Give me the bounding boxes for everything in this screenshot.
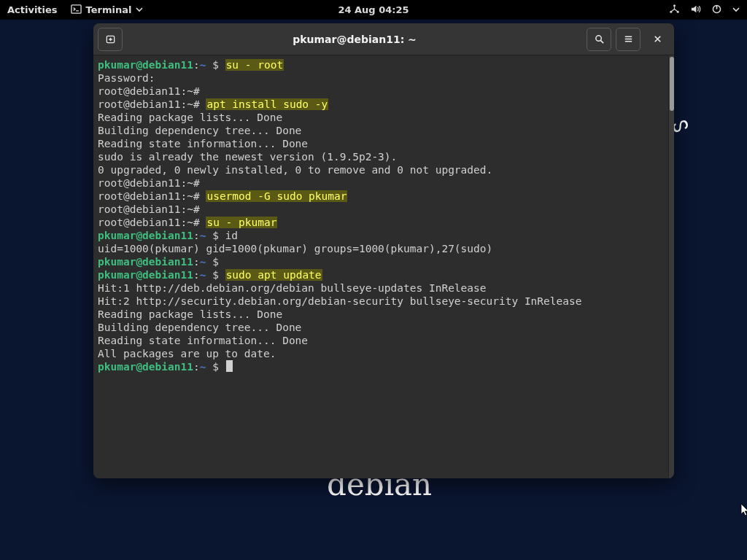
- gnome-top-bar: Activities Terminal 24 Aug 04:25: [0, 0, 747, 20]
- chevron-down-icon: [136, 4, 143, 15]
- hamburger-menu-button[interactable]: [616, 28, 640, 51]
- volume-icon[interactable]: [690, 4, 701, 17]
- terminal-output[interactable]: pkumar@debian11:~ $ su - root Password: …: [93, 55, 668, 478]
- window-titlebar[interactable]: pkumar@debian11: ~: [93, 23, 674, 55]
- close-button[interactable]: [645, 28, 670, 51]
- terminal-window: pkumar@debian11: ~ pkumar@debian11:~ $ s…: [93, 23, 674, 478]
- terminal-scrollbar[interactable]: [668, 55, 674, 478]
- scrollbar-thumb[interactable]: [670, 57, 674, 111]
- active-app-name: Terminal: [86, 4, 132, 15]
- power-icon[interactable]: [711, 4, 722, 17]
- svg-rect-0: [71, 4, 81, 12]
- svg-point-6: [595, 36, 601, 42]
- svg-point-1: [673, 4, 676, 7]
- search-button[interactable]: [587, 28, 611, 51]
- new-tab-button[interactable]: [98, 28, 123, 51]
- network-icon[interactable]: [669, 4, 680, 17]
- terminal-body[interactable]: pkumar@debian11:~ $ su - root Password: …: [93, 55, 674, 478]
- activities-button[interactable]: Activities: [7, 4, 58, 15]
- clock[interactable]: 24 Aug 04:25: [338, 4, 409, 15]
- terminal-cursor: [226, 360, 233, 372]
- active-app-menu[interactable]: Terminal: [71, 4, 144, 17]
- system-menu-chevron-icon[interactable]: [732, 4, 740, 15]
- terminal-icon: [71, 4, 82, 17]
- window-title: pkumar@debian11: ~: [127, 34, 582, 45]
- mouse-pointer-icon: [740, 503, 747, 516]
